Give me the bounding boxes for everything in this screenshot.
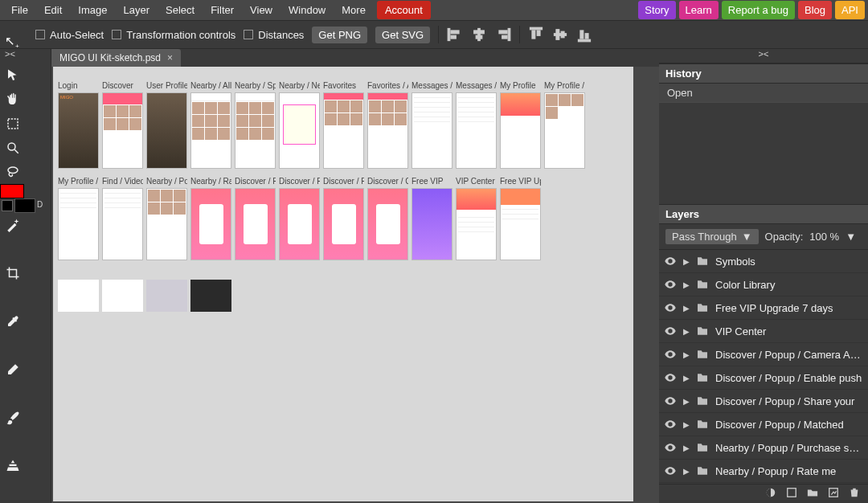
- option-transform-controls[interactable]: Transformation controls: [112, 29, 235, 41]
- visibility-eye-icon[interactable]: [664, 441, 677, 454]
- visibility-eye-icon[interactable]: [664, 278, 677, 291]
- artboard[interactable]: Favorites / All online: [367, 81, 408, 169]
- artboard[interactable]: Nearby / Popup: [146, 177, 187, 260]
- expand-caret-icon[interactable]: ▶: [683, 304, 690, 313]
- checkbox-icon[interactable]: [112, 30, 121, 39]
- visibility-eye-icon[interactable]: [664, 325, 677, 337]
- artboard[interactable]: Free VIP Upgrade 7 days: [500, 177, 541, 260]
- expand-caret-icon[interactable]: ▶: [683, 374, 690, 382]
- menu-filter[interactable]: Filter: [203, 1, 242, 19]
- layer-row[interactable]: ▶Discover / Popup / Matched: [659, 413, 868, 436]
- tool-hand[interactable]: [0, 88, 26, 112]
- artboard[interactable]: Find / Video: [102, 177, 143, 260]
- layer-row[interactable]: ▶Color Library: [659, 273, 868, 296]
- layer-row[interactable]: ▶VIP Center: [659, 320, 868, 343]
- visibility-eye-icon[interactable]: [664, 301, 677, 314]
- get-svg-button[interactable]: Get SVG: [375, 27, 430, 43]
- document-tab[interactable]: MIGO UI Kit-sketch.psd ×: [51, 49, 181, 67]
- layer-row[interactable]: ▶Discover / Popup / Enable push: [659, 366, 868, 390]
- expand-caret-icon[interactable]: ▶: [683, 420, 690, 429]
- expand-caret-icon[interactable]: ▶: [683, 257, 690, 266]
- artboard[interactable]: Messages / Details: [456, 81, 497, 169]
- visibility-eye-icon[interactable]: [664, 464, 677, 477]
- checkbox-icon[interactable]: [35, 30, 45, 39]
- toolbox-collapse-left-icon[interactable]: ><: [5, 49, 15, 63]
- link-api[interactable]: API: [835, 1, 865, 19]
- expand-caret-icon[interactable]: ▶: [683, 327, 690, 336]
- layer-row[interactable]: ▶Discover / Popup / Share your: [659, 390, 868, 413]
- layer-fx-icon[interactable]: [786, 487, 797, 501]
- menu-edit[interactable]: Edit: [36, 1, 70, 19]
- artboard[interactable]: LoginMIGO: [58, 81, 99, 169]
- tool-clone-stamp[interactable]: [0, 454, 26, 478]
- close-tab-icon[interactable]: ×: [167, 52, 173, 63]
- visibility-eye-icon[interactable]: [664, 348, 677, 361]
- layer-row[interactable]: ▶Free VIP Upgrade 7 days: [659, 296, 868, 320]
- tool-eyedropper[interactable]: [0, 309, 26, 333]
- align-center-v-icon[interactable]: [552, 27, 568, 43]
- artboard[interactable]: Messages / Messages: [411, 81, 452, 169]
- canvas[interactable]: LoginMIGODiscoverUser ProfileNearby / Al…: [53, 67, 633, 501]
- visibility-eye-icon[interactable]: [664, 418, 677, 431]
- visibility-eye-icon[interactable]: [664, 255, 677, 268]
- artboard[interactable]: My Profile: [500, 81, 541, 169]
- align-center-h-icon[interactable]: [471, 27, 487, 43]
- link-story[interactable]: Story: [638, 1, 675, 19]
- expand-caret-icon[interactable]: ▶: [683, 444, 690, 452]
- background-color-swatch[interactable]: [14, 198, 35, 213]
- menu-file[interactable]: File: [3, 1, 36, 19]
- artboard[interactable]: Free VIP: [411, 177, 452, 260]
- menu-image[interactable]: Image: [70, 1, 115, 19]
- artboard[interactable]: Nearby / Nextright: [279, 81, 320, 169]
- tool-move[interactable]: [0, 63, 26, 88]
- link-blog[interactable]: Blog: [798, 1, 832, 19]
- tool-eraser[interactable]: [0, 358, 26, 382]
- tool-brush[interactable]: [0, 406, 26, 430]
- tool-crop[interactable]: [0, 261, 26, 285]
- artboard[interactable]: VIP Center: [456, 177, 497, 260]
- artboard[interactable]: Nearby / Spotlight: [235, 81, 276, 169]
- option-auto-select[interactable]: Auto-Select: [35, 29, 104, 41]
- history-panel-header[interactable]: History: [659, 63, 868, 84]
- layer-row[interactable]: ▶Symbols: [659, 250, 868, 273]
- artboard[interactable]: Discover: [102, 81, 143, 169]
- artboard[interactable]: My Profile / Edit: [544, 81, 585, 169]
- tool-marquee[interactable]: [0, 112, 26, 136]
- link-report-bug[interactable]: Report a bug: [722, 1, 795, 19]
- option-distances[interactable]: Distances: [244, 29, 304, 41]
- blend-mode-select[interactable]: Pass Through ▼: [665, 229, 759, 244]
- visibility-eye-icon[interactable]: [664, 371, 677, 384]
- get-png-button[interactable]: Get PNG: [312, 27, 367, 43]
- tool-wand[interactable]: [0, 213, 26, 237]
- artboard[interactable]: My Profile / Edit / Introduce: [58, 177, 99, 260]
- checkbox-icon[interactable]: [244, 30, 253, 39]
- artboard[interactable]: Discover / Cam: [367, 177, 408, 260]
- artboard[interactable]: Discover / Popup: [235, 177, 276, 260]
- visibility-eye-icon[interactable]: [664, 395, 677, 407]
- expand-caret-icon[interactable]: ▶: [683, 467, 690, 476]
- menu-account[interactable]: Account: [377, 1, 431, 19]
- chevron-down-icon[interactable]: ▼: [845, 231, 856, 243]
- new-layer-icon[interactable]: [828, 487, 839, 501]
- expand-caret-icon[interactable]: ▶: [683, 350, 690, 359]
- layer-row[interactable]: ▶Nearby / Popup / Purchase success: [659, 436, 868, 460]
- link-learn[interactable]: Learn: [679, 1, 719, 19]
- delete-layer-icon[interactable]: [849, 487, 860, 501]
- layer-row[interactable]: ▶Discover / Popup / Camera Access: [659, 343, 868, 366]
- swap-colors-icon[interactable]: [2, 200, 13, 211]
- artboard[interactable]: Discover / Popup / Share: [279, 177, 320, 260]
- menu-more[interactable]: More: [334, 1, 374, 19]
- layers-panel-header[interactable]: Layers: [659, 204, 868, 224]
- foreground-color-swatch[interactable]: [0, 184, 24, 198]
- expand-caret-icon[interactable]: ▶: [683, 397, 690, 406]
- new-folder-icon[interactable]: [807, 487, 818, 501]
- menu-select[interactable]: Select: [158, 1, 203, 19]
- artboard[interactable]: User Profile: [146, 81, 187, 169]
- align-bottom-icon[interactable]: [576, 27, 592, 43]
- expand-caret-icon[interactable]: ▶: [683, 280, 690, 289]
- align-left-icon[interactable]: [447, 27, 463, 43]
- artboard[interactable]: Nearby / All: [190, 81, 231, 169]
- menu-window[interactable]: Window: [280, 1, 334, 19]
- panels-collapse-icon[interactable]: ><: [759, 49, 769, 63]
- align-right-icon[interactable]: [495, 27, 511, 43]
